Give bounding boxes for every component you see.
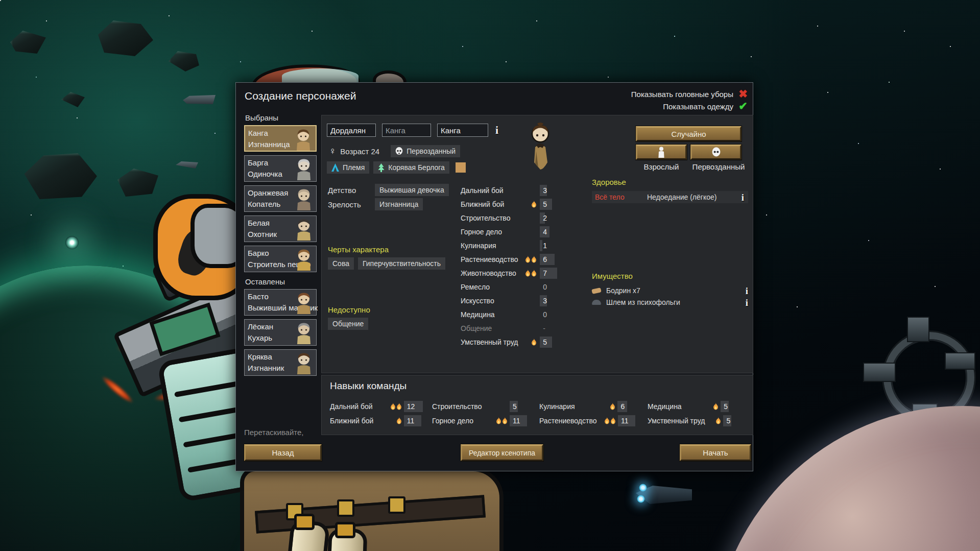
cross-icon[interactable]: ✖: [736, 88, 750, 100]
health-condition: Недоедание (лёгкое): [647, 193, 742, 201]
skill-row[interactable]: Общение -: [461, 323, 586, 334]
first-name-input[interactable]: [327, 124, 376, 137]
skill-value: 3: [543, 297, 547, 305]
skill-row[interactable]: Горное дело 11: [432, 415, 539, 426]
female-icon: ♀: [329, 146, 336, 157]
skill-row[interactable]: Горное дело 4: [461, 226, 586, 237]
checkmark-icon[interactable]: ✔: [736, 101, 750, 112]
skill-bar: 5: [510, 401, 539, 412]
skill-bar: 5: [723, 415, 749, 426]
trait-chip[interactable]: Гиперчувствительность: [358, 257, 445, 270]
faction-chip[interactable]: Племя: [327, 161, 369, 174]
roster-pawn-item[interactable]: Канга Изгнанница: [244, 125, 317, 152]
pawn-portrait: [293, 351, 315, 374]
skill-name: Дальний бой: [330, 402, 384, 411]
roster-pawn-item[interactable]: Барко Строитель пещер: [244, 246, 317, 272]
skill-name: Кулинария: [461, 242, 519, 250]
trait-chip[interactable]: Сова: [328, 257, 354, 270]
passion-flame-icon: [396, 417, 402, 424]
info-icon[interactable]: i: [742, 193, 744, 202]
skill-bar: 6: [617, 401, 648, 412]
toggle-row[interactable]: Показывать головные уборы ✖: [631, 88, 750, 100]
faction-icon: [331, 163, 339, 172]
skill-row[interactable]: Медицина 5: [648, 401, 749, 412]
roster-pawn-item[interactable]: Барга Одиночка: [244, 155, 317, 182]
possession-icon: [591, 288, 601, 294]
info-icon[interactable]: i: [495, 125, 498, 136]
skill-value: 5: [726, 417, 730, 425]
xenotype-editor-button[interactable]: Редактор ксенотипа: [461, 444, 543, 461]
passion-flame-icon: [502, 417, 508, 424]
skill-value: 6: [620, 402, 625, 411]
skill-row[interactable]: Ремесло 0: [461, 281, 586, 293]
incapable-chip[interactable]: Общение: [328, 318, 368, 330]
roster-pawn-item[interactable]: Лёокан Кухарь: [244, 319, 317, 346]
skill-row[interactable]: Ближний бой 5: [461, 199, 586, 210]
skill-row[interactable]: Строительство 2: [461, 212, 586, 224]
possession-row[interactable]: Бодрин x7 i: [592, 285, 748, 296]
adult-body-icon: [657, 147, 665, 158]
skill-name: Ближний бой: [461, 200, 519, 208]
skill-row[interactable]: Животноводство 7: [461, 268, 586, 279]
skill-name: Строительство: [432, 402, 488, 411]
skill-row[interactable]: Строительство 5: [432, 401, 539, 412]
toggle-row[interactable]: Показывать одежду ✔: [631, 100, 750, 112]
info-icon[interactable]: i: [746, 286, 748, 296]
skill-row[interactable]: Дальний бой 3: [461, 185, 586, 196]
last-name-input[interactable]: [437, 124, 488, 137]
apparel-toggles: Показывать головные уборы ✖ Показывать о…: [631, 88, 750, 112]
possession-row[interactable]: Шлем из психофольги i: [592, 297, 748, 308]
ideoligion-chip[interactable]: Корявая Берлога: [373, 161, 449, 174]
roster-pawn-item[interactable]: Кряква Изгнанник: [244, 349, 317, 376]
childhood-backstory-chip[interactable]: Выжившая девочка: [375, 184, 449, 196]
skill-name: Ближний бой: [330, 417, 384, 425]
roster-pawn-item[interactable]: Басто Выживший мальчик: [244, 289, 317, 316]
roster-pawn-item[interactable]: Оранжевая Копатель: [244, 185, 317, 212]
skill-bar: 5: [540, 337, 586, 348]
passion-flame-icon: [610, 417, 616, 424]
skill-bar: 3: [540, 185, 586, 196]
nick-name-input[interactable]: [382, 124, 431, 137]
incapable-row: Общение: [328, 318, 368, 330]
skill-row[interactable]: Медицина 0: [461, 309, 586, 320]
health-row[interactable]: Всё тело Недоедание (лёгкое) i: [592, 191, 748, 203]
skill-bar: 1: [540, 240, 586, 251]
skill-row[interactable]: Дальний бой 12: [330, 401, 432, 412]
skill-row[interactable]: Растениеводство 6: [461, 254, 586, 265]
passion-flame-icon: [531, 201, 537, 208]
adulthood-backstory-chip[interactable]: Изгнанница: [375, 198, 423, 210]
roster-pawn-item[interactable]: Белая Охотник: [244, 215, 317, 242]
skill-row[interactable]: Растениеводство 11: [539, 415, 648, 426]
skill-row[interactable]: Умственный труд 5: [648, 415, 749, 426]
info-icon[interactable]: i: [746, 298, 748, 307]
body-type-button[interactable]: [636, 145, 687, 160]
pawn-portrait: [293, 291, 315, 314]
character-panel: i ♀ Возраст 24 Первозданный: [321, 115, 753, 373]
skill-bar: 7: [540, 268, 586, 279]
drag-hint: Перетаскивайте,: [244, 428, 304, 437]
xenotype-icon: [395, 147, 403, 156]
xenotype-button[interactable]: [690, 145, 742, 160]
skill-row[interactable]: Искусство 3: [461, 295, 586, 306]
skill-row[interactable]: Кулинария 1: [461, 240, 586, 251]
skill-name: Умственный труд: [648, 417, 705, 425]
favorite-color-swatch[interactable]: [456, 162, 466, 173]
skill-row[interactable]: Ближний бой 11: [330, 415, 432, 426]
skill-name: Дальний бой: [461, 186, 519, 195]
xenotype-chip[interactable]: Первозданный: [391, 145, 460, 157]
ideoligion-label: Корявая Берлога: [388, 163, 445, 172]
pawn-portrait: [293, 217, 315, 241]
skill-value: 6: [543, 255, 547, 263]
childhood-label: Детство: [328, 186, 371, 195]
start-button[interactable]: Начать: [680, 444, 751, 461]
skill-row[interactable]: Кулинария 6: [539, 401, 648, 412]
health-header: Здоровье: [592, 178, 626, 186]
back-button[interactable]: Назад: [244, 444, 322, 461]
skill-value: 7: [543, 269, 547, 277]
roster-left-header: Оставлены: [245, 277, 319, 286]
skill-row[interactable]: Умственный труд 5: [461, 337, 586, 348]
character-creation-window: Создание персонажей Показывать головные …: [235, 82, 753, 471]
randomize-button[interactable]: Случайно: [636, 126, 742, 141]
possession-label: Шлем из психофольги: [606, 298, 740, 306]
skill-bar: 2: [540, 212, 586, 224]
